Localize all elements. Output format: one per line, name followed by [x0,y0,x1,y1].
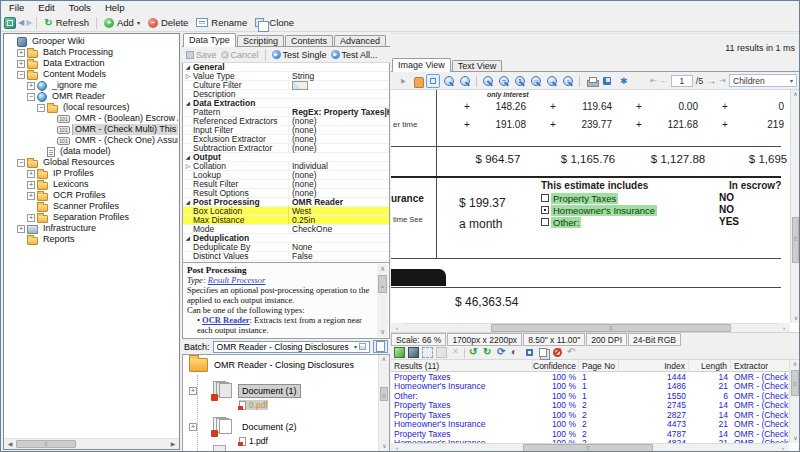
cancel-button[interactable]: ✕Cancel [221,50,259,60]
editor-tab[interactable]: Scripting [237,35,284,47]
clone-button[interactable]: Clone [252,15,297,31]
image-green-icon[interactable] [394,347,405,358]
property-expander-icon[interactable] [183,198,193,207]
tree-expander-icon[interactable] [17,49,25,57]
no-red-icon[interactable] [552,347,563,358]
tree-expander-icon[interactable] [27,93,35,101]
confidence-header[interactable]: Confidence [533,360,579,372]
tree-item[interactable]: OMR - (Check Multi) This estimate includ… [5,124,178,135]
result-row[interactable]: Property Taxes 100 % 1 1444 14 OMR - (Ch… [391,372,789,382]
tree-item[interactable]: (data model) [5,146,178,157]
zoom-out-icon[interactable] [497,74,511,88]
property-row[interactable]: Distinct Values False [183,252,389,261]
tree-item[interactable]: IP Profiles [5,168,178,179]
document-label[interactable]: Document (1) [239,385,300,397]
save-image-icon[interactable] [600,74,614,88]
tree-expander-icon[interactable] [7,38,15,46]
document-vertical-scrollbar[interactable]: ∧ ∨ [790,90,800,323]
length-header[interactable]: Length [689,360,731,372]
scroll-down-icon[interactable]: ∨ [790,434,800,443]
result-processor-link[interactable]: Result Processor [208,275,266,285]
vsep[interactable] [464,348,465,358]
tree-item[interactable]: (local resources) [5,102,178,113]
tree-expander-icon[interactable] [189,423,197,431]
contrast-icon[interactable] [510,347,521,358]
tree-item[interactable]: Separation Profiles [5,212,178,223]
add-button[interactable]: +Add▾ [101,15,143,31]
tree-item[interactable]: Content Models [5,69,178,80]
last-page-icon[interactable]: ⇥ [719,74,726,88]
result-row[interactable]: Property Taxes 100 % 2 2827 14 OMR - (Ch… [391,410,789,420]
tree-expander-icon[interactable] [17,71,25,79]
back-icon[interactable]: ◀ [18,17,24,29]
menu-item[interactable]: Tools [62,1,98,14]
zoom-height-icon[interactable] [561,74,575,88]
tree-expander-icon[interactable] [17,236,25,244]
rotate-right-icon[interactable] [482,347,493,358]
zoom-width-icon[interactable] [545,74,559,88]
document-horizontal-scrollbar[interactable]: ‹ › [391,323,790,332]
scroll-left-icon[interactable]: ◀ [4,439,16,449]
results-count-header[interactable]: Results (11) [391,360,533,372]
scroll-down-icon[interactable]: ∨ [377,327,388,337]
property-expander-icon[interactable] [183,153,193,162]
previous-page-icon[interactable]: ← [660,74,668,88]
property-value[interactable]: False [288,251,389,261]
ocr-reader-link[interactable]: OCR Reader [202,315,249,325]
property-expander-icon[interactable] [183,63,193,72]
scroll-up-icon[interactable]: ∧ [791,90,800,99]
delete-button[interactable]: −Delete [145,15,191,31]
copy-page-icon[interactable] [538,347,549,358]
result-row[interactable]: Homeowner's Insurance 100 % 2 4473 21 OM… [391,420,789,430]
property-expander-icon[interactable] [183,234,193,243]
tree-expander-icon[interactable] [189,387,197,395]
scroll-up-icon[interactable]: ∧ [377,264,388,274]
results-vertical-scrollbar[interactable]: ∧ ∨ [789,360,800,443]
tree-expander-icon[interactable] [47,126,55,134]
crop-icon[interactable] [524,347,535,358]
tree-item[interactable]: Batch Processing [5,47,178,58]
property-value[interactable] [288,80,389,90]
scroll-down-icon[interactable]: ∨ [379,442,390,451]
tree-expander-icon[interactable] [27,214,35,222]
first-page-icon[interactable]: ⇤ [650,74,657,88]
batch-tree-scrollbar[interactable]: ∧ ∨ [378,355,389,451]
scroll-thumb[interactable] [16,440,76,448]
test-all-button[interactable]: ▶Test All... [331,50,378,60]
save-button[interactable]: Save [186,50,217,60]
forward-icon[interactable]: ▶ [26,17,32,29]
document-label[interactable]: Document (2) [239,421,300,433]
zoom-page-icon[interactable] [458,74,472,88]
batch-root-node[interactable]: OMR Reader - Closing Disclosures [189,358,354,372]
image-disabled-icon[interactable] [436,347,447,358]
image-select-icon[interactable] [422,347,433,358]
scroll-thumb[interactable] [491,324,731,332]
delete-x-icon[interactable] [450,347,461,358]
editor-tab[interactable]: Data Type [183,33,236,47]
vsep[interactable] [476,75,477,87]
document-image-view[interactable]: only interest +148.26 +119.64 +0.00 +0 +… [391,90,800,333]
tree-item[interactable]: OMR - (Check One) Assumption [5,135,178,146]
tree-item[interactable]: Data Extraction [5,58,178,69]
scroll-thumb[interactable] [791,370,799,396]
scroll-left-icon[interactable]: ‹ [391,323,403,333]
result-row[interactable]: Property Taxes 100 % 2 4787 14 OMR - (Ch… [391,429,789,439]
tree-expander-icon[interactable] [47,137,55,145]
scroll-thumb[interactable] [378,275,387,293]
tree-expander-icon[interactable] [17,225,25,233]
test-single-button[interactable]: ▶Test Single [272,50,327,60]
property-expander-icon[interactable] [183,162,193,171]
menu-item[interactable]: Help [98,1,132,14]
tree-item[interactable]: Lexicons [5,179,178,190]
batch-combobox[interactable]: OMR Reader - Closing Disclosures ▾ [213,341,370,353]
tree-horizontal-scrollbar[interactable]: ◀ ▶ [4,438,179,449]
zoom-in-icon[interactable] [481,74,495,88]
tree-expander-icon[interactable] [17,159,25,167]
tree-expander-icon[interactable] [27,192,35,200]
tree-expander-icon[interactable] [47,115,55,123]
vsep[interactable] [579,75,580,87]
settings-icon[interactable] [616,74,630,88]
editor-tab[interactable]: Contents [285,35,333,47]
help-scrollbar[interactable]: ∧ ∨ [377,264,388,337]
scroll-down-icon[interactable]: ∨ [791,314,800,323]
